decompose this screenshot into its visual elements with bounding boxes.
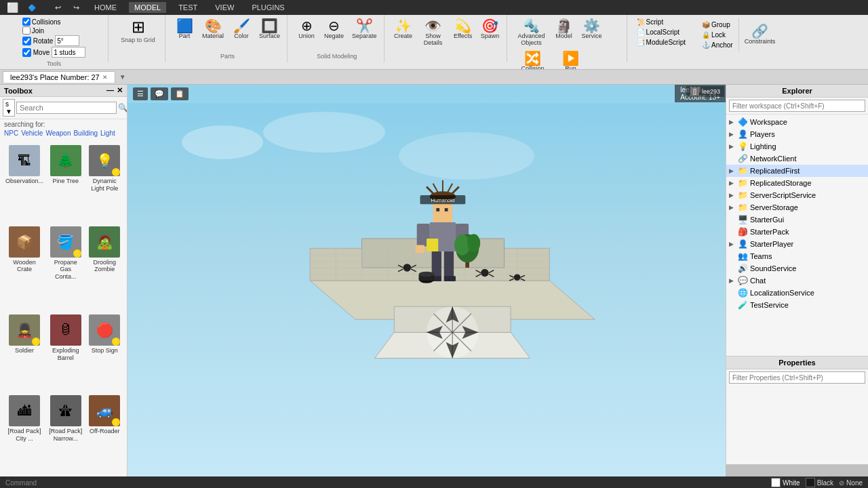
tree-icon-11: 👥	[737, 251, 748, 262]
expand-icon[interactable]: ▼	[117, 73, 129, 81]
tree-item-soundservice[interactable]: 🔊 SoundService	[726, 262, 868, 274]
spawn-btn[interactable]: 🎯 Spawn	[478, 18, 502, 47]
toolbox-item-8[interactable]: 🛑 ⭐ Stop Sign	[87, 313, 123, 392]
color-btn[interactable]: 🖌️ Color	[229, 18, 254, 41]
run-script-btn[interactable]: ▶️ Run Script	[555, 50, 587, 69]
toolbox-item-2[interactable]: 💡 ⭐ Dynamic Light Pole	[87, 144, 123, 222]
tree-item-starterpack[interactable]: 🎒 StarterPack	[726, 226, 868, 238]
menu-item-view[interactable]: VIEW	[210, 2, 239, 13]
menu-item-test[interactable]: TEST	[173, 2, 203, 13]
tree-item-players[interactable]: ▶ 👤 Players	[726, 128, 868, 140]
collision-groups-btn[interactable]: 🔀 Collision Groups	[514, 50, 552, 69]
toolbox-item-1[interactable]: 🌲 Pine Tree	[47, 144, 84, 222]
toolbox-item-6[interactable]: 💂 ⭐ Soldier	[4, 313, 45, 392]
create-btn[interactable]: ✨ Create	[391, 18, 416, 47]
color-black-option[interactable]: Black	[806, 478, 833, 487]
tree-item-localizationservice[interactable]: 🌐 LocalizationService	[726, 287, 868, 299]
toolbox-minimize[interactable]: —	[106, 86, 114, 95]
constraints-btn[interactable]: 🔗 Constraints	[742, 23, 778, 46]
toolbox-item-3[interactable]: 📦 Wooden Crate	[4, 225, 45, 310]
expand-arrow-5[interactable]: ▶	[729, 180, 737, 186]
module-script-btn[interactable]: 📑 ModuleScript	[634, 38, 688, 47]
rotate-checkbox[interactable]	[22, 37, 31, 45]
expand-arrow-0[interactable]: ▶	[729, 119, 737, 125]
tree-item-starterplayer[interactable]: ▶ 👤 StarterPlayer	[726, 238, 868, 250]
effects-btn[interactable]: 💫 Effects	[451, 18, 475, 47]
color-none-option[interactable]: ⊘ None	[839, 479, 863, 487]
join-checkbox[interactable]: Join	[22, 26, 85, 35]
move-input[interactable]	[52, 47, 85, 58]
negate-btn[interactable]: ⊖ Negate	[321, 18, 347, 41]
toolbox-item-11[interactable]: 🚙 ⭐ Off-Roader	[87, 394, 123, 472]
tag-vehicle[interactable]: Vehicle	[21, 129, 43, 137]
anchor-btn[interactable]: ⚓ Anchor	[699, 41, 736, 49]
expand-arrow-4[interactable]: ▶	[729, 167, 737, 174]
tag-light[interactable]: Light	[100, 129, 115, 137]
script-btn[interactable]: 📜 Script	[634, 18, 688, 26]
union-btn[interactable]: ⊕ Union	[294, 18, 319, 41]
redo-btn[interactable]: ↪	[71, 2, 82, 14]
tree-item-networkclient[interactable]: 🔗 NetworkClient	[726, 152, 868, 165]
tree-item-replicatedstorage[interactable]: ▶ 📁 ReplicatedStorage	[726, 177, 868, 189]
expand-arrow-13[interactable]: ▶	[729, 277, 737, 284]
tree-item-serverstorage[interactable]: ▶ 📁 ServerStorage	[726, 201, 868, 214]
rotate-control: Rotate	[22, 35, 85, 46]
toolbox-item-0[interactable]: 🏗 Observation...	[4, 144, 45, 222]
expand-arrow-7[interactable]: ▶	[729, 204, 737, 211]
toolbox-item-5[interactable]: 🧟 Drooling Zombie	[87, 225, 123, 310]
properties-search-input[interactable]	[729, 371, 865, 384]
viewport[interactable]: lee293 Account: 13+ [] lee293 ☰ 💬 📋	[127, 85, 726, 476]
category-select[interactable]: s ▼	[3, 99, 15, 117]
collisions-checkbox[interactable]: Collisions	[22, 18, 85, 26]
tag-building[interactable]: Building	[73, 129, 98, 137]
toolbox-search-input[interactable]	[16, 102, 117, 114]
tab-close-0[interactable]: ✕	[102, 74, 108, 81]
expand-arrow-2[interactable]: ▶	[729, 143, 737, 150]
material-btn[interactable]: 🎨 Material	[199, 18, 226, 41]
toolbar-area: Collisions Join Rotate Move Tools	[0, 15, 868, 70]
expand-arrow-6[interactable]: ▶	[729, 192, 737, 199]
show-details-btn[interactable]: 👁️ Show Details	[418, 18, 448, 47]
tree-icon-5: 📁	[737, 178, 748, 188]
tag-weapon[interactable]: Weapon	[45, 129, 71, 137]
search-icon[interactable]: 🔍	[118, 103, 127, 113]
toolbox-item-4[interactable]: 🪣 ⭐ Propane Gas Conta...	[47, 225, 84, 310]
menu-bar: ⬜ 🔷 ↩ ↪ HOME MODEL TEST VIEW PLUGINS	[0, 0, 868, 15]
lock-btn[interactable]: 🔒 Lock	[699, 30, 736, 39]
part-btn[interactable]: 🟦 Part	[172, 18, 197, 41]
advanced-objects-btn[interactable]: 🔩 Advanced Objects	[514, 18, 549, 47]
tree-item-teams[interactable]: 👥 Teams	[726, 250, 868, 262]
menu-item-model[interactable]: MODEL	[129, 2, 166, 13]
toolbox-item-7[interactable]: 🛢 Exploding Barrel	[47, 313, 84, 392]
tree-item-replicatedfirst[interactable]: ▶ 📁 ReplicatedFirst	[726, 165, 868, 177]
separate-btn[interactable]: ✂️ Separate	[349, 18, 380, 41]
undo-btn[interactable]: ↩	[52, 2, 64, 14]
menu-item-home[interactable]: HOME	[89, 2, 122, 13]
group-btn[interactable]: 📦 Group	[699, 20, 736, 29]
rotate-input[interactable]	[55, 35, 79, 46]
toolbox-close[interactable]: ✕	[117, 86, 123, 95]
constraints-icon: 🔗	[751, 24, 768, 38]
tag-npc[interactable]: NPC	[4, 129, 18, 137]
properties-header: Properties	[726, 357, 868, 369]
model-btn[interactable]: 🗿 Model	[552, 18, 576, 47]
menu-item-plugins[interactable]: PLUGINS	[246, 2, 290, 13]
local-script-btn[interactable]: 📄 LocalScript	[634, 28, 688, 37]
tree-item-serverscriptservice[interactable]: ▶ 📁 ServerScriptService	[726, 189, 868, 201]
tree-item-startergui[interactable]: 🖥️ StarterGui	[726, 214, 868, 226]
service-btn[interactable]: ⚙️ Service	[579, 18, 605, 47]
expand-arrow-10[interactable]: ▶	[729, 241, 737, 247]
surface-btn[interactable]: 🔲 Surface	[256, 18, 283, 41]
move-checkbox[interactable]	[22, 48, 31, 57]
explorer-search-input[interactable]	[729, 100, 865, 112]
color-white-option[interactable]: White	[771, 478, 800, 487]
tree-item-lighting[interactable]: ▶ 💡 Lighting	[726, 140, 868, 152]
tree-item-chat[interactable]: ▶ 💬 Chat	[726, 274, 868, 287]
tree-item-workspace[interactable]: ▶ 🔷 Workspace	[726, 116, 868, 128]
app-icon: ⬜	[3, 1, 22, 14]
editor-tab-0[interactable]: lee293's Place Number: 27 ✕	[3, 71, 115, 83]
toolbox-item-9[interactable]: 🏙 [Road Pack] City ...	[4, 394, 45, 472]
toolbox-item-10[interactable]: 🛣 [Road Pack] Narrow...	[47, 394, 84, 472]
expand-arrow-1[interactable]: ▶	[729, 131, 737, 138]
tree-item-testservice[interactable]: 🧪 TestService	[726, 299, 868, 311]
